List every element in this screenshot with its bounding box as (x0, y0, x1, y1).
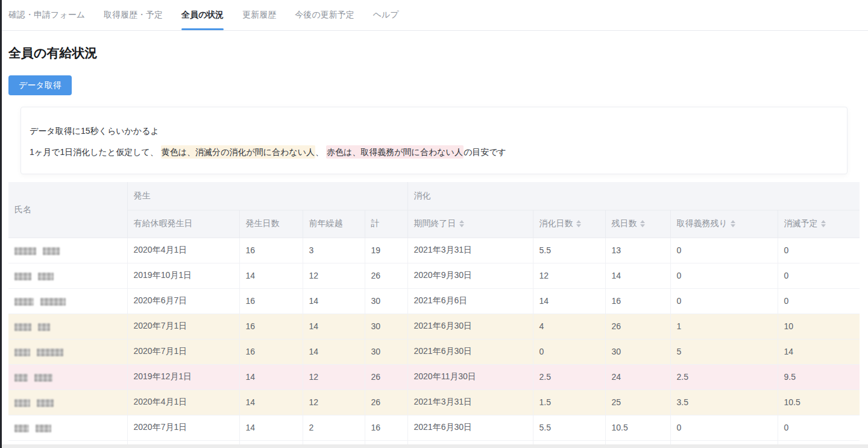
sort-carets-icon[interactable] (576, 219, 581, 229)
cell-obligation: 5 (670, 339, 778, 364)
tab-upcoming-updates[interactable]: 今後の更新予定 (295, 0, 354, 31)
column-header-obligation[interactable]: 取得義務残り (670, 210, 778, 238)
column-header-period_end[interactable]: 期間終了日 (407, 210, 533, 238)
cell-expiring: 0 (778, 263, 860, 288)
page-title: 全員の有給状況 (8, 46, 868, 60)
tab-all-members-status[interactable]: 全員の状況 (181, 0, 224, 31)
leave-status-table-wrap: 氏名発生消化有給休暇発生日発生日数前年繰越計期間終了日消化日数残日数取得義務残り… (8, 182, 860, 446)
employee-name-blurred (14, 273, 31, 280)
employee-name-blurred (40, 298, 66, 306)
table-row: 2020年7月1日142162021年6月30日5.510.500 (8, 415, 860, 440)
sort-descending-icon[interactable] (731, 224, 735, 227)
cell-obligation: 0 (670, 263, 778, 288)
employee-name-blurred (37, 399, 54, 407)
table-row: 2020年7月1日1614302021年6月30日426110 (8, 314, 860, 339)
tab-update-history[interactable]: 更新履歴 (242, 0, 276, 31)
notice-card: データ取得に15秒くらいかかるよ 1ヶ月で1日消化したと仮定して、 黄色は、消滅… (20, 107, 848, 174)
cell-used: 4 (533, 314, 605, 339)
cell-expiring: 10 (778, 314, 860, 339)
sort-carets-icon[interactable] (821, 219, 826, 229)
notice-line2-prefix: 1ヶ月で1日消化したと仮定して、 (30, 147, 161, 157)
tab-label: 取得履歴・予定 (104, 10, 163, 21)
header-sub-row: 有給休暇発生日発生日数前年繰越計期間終了日消化日数残日数取得義務残り消滅予定 (8, 210, 860, 238)
cell-employee-name (8, 364, 127, 390)
column-header-label: 消化日数 (539, 218, 573, 228)
cell-remaining: 10.5 (605, 415, 670, 440)
header-group-row: 氏名発生消化 (8, 182, 860, 210)
tab-help[interactable]: ヘルプ (373, 0, 399, 31)
cell-grant_date: 2020年4月1日 (127, 390, 239, 415)
sort-ascending-icon[interactable] (459, 220, 464, 223)
cell-period_end: 2021年3月31日 (407, 390, 533, 415)
sort-carets-icon[interactable] (640, 219, 645, 229)
cell-grant_date: 2020年4月1日 (127, 238, 239, 263)
employee-name-blurred (38, 323, 50, 331)
cell-period_end: 2021年6月6日 (407, 288, 533, 314)
sort-carets-icon[interactable] (731, 219, 735, 229)
employee-name-blurred (14, 399, 30, 407)
cell-employee-name (8, 288, 127, 314)
leave-status-table: 氏名発生消化有給休暇発生日発生日数前年繰越計期間終了日消化日数残日数取得義務残り… (8, 182, 860, 446)
cell-used: 5.5 (533, 238, 605, 263)
column-header-expiring[interactable]: 消滅予定 (778, 210, 860, 238)
fetch-data-button[interactable]: データ取得 (8, 75, 72, 95)
sort-ascending-icon[interactable] (821, 220, 826, 223)
employee-name-blurred (34, 374, 52, 382)
sort-ascending-icon[interactable] (576, 220, 581, 223)
sort-descending-icon[interactable] (576, 224, 581, 227)
cell-employee-name (8, 390, 127, 415)
employee-name-blurred (14, 349, 30, 356)
cell-carryover: 14 (303, 288, 365, 314)
cell-obligation: 2.5 (670, 364, 778, 390)
cell-granted: 14 (239, 364, 303, 390)
cell-grant_date: 2019年12月1日 (127, 364, 239, 390)
cell-remaining: 25 (605, 390, 670, 415)
tab-label: 全員の状況 (181, 10, 224, 21)
cell-obligation: 0 (670, 288, 778, 314)
column-header-used[interactable]: 消化日数 (533, 210, 605, 238)
cell-employee-name (8, 314, 127, 339)
cell-expiring: 10.5 (778, 390, 860, 415)
column-header-name: 氏名 (8, 182, 127, 238)
column-header-grant_date: 有給休暇発生日 (127, 210, 239, 238)
window-bottom-edge (0, 444, 868, 448)
notice-line2-suffix: の目安です (464, 147, 506, 157)
column-header-label: 有給休暇発生日 (134, 218, 193, 228)
cell-granted: 14 (239, 415, 303, 440)
column-header-carryover: 前年繰越 (303, 210, 365, 238)
tab-confirm-form[interactable]: 確認・申請フォーム (8, 0, 85, 31)
cell-remaining: 14 (605, 263, 670, 288)
cell-period_end: 2021年6月30日 (407, 314, 533, 339)
tab-label: ヘルプ (373, 10, 399, 21)
sort-descending-icon[interactable] (459, 224, 464, 227)
cell-granted: 16 (239, 314, 303, 339)
cell-used: 2.5 (533, 364, 605, 390)
cell-carryover: 12 (303, 364, 365, 390)
tab-bar: 確認・申請フォーム取得履歴・予定全員の状況更新履歴今後の更新予定ヘルプ (0, 0, 868, 31)
cell-used: 12 (533, 263, 605, 288)
sort-descending-icon[interactable] (640, 224, 645, 227)
cell-carryover: 12 (303, 390, 365, 415)
column-header-granted: 発生日数 (239, 210, 303, 238)
cell-used: 14 (533, 288, 605, 314)
tab-history-schedule[interactable]: 取得履歴・予定 (104, 0, 163, 31)
column-header-remaining[interactable]: 残日数 (605, 210, 670, 238)
sort-descending-icon[interactable] (821, 224, 826, 227)
sort-carets-icon[interactable] (459, 219, 464, 229)
cell-employee-name (8, 238, 127, 263)
cell-granted: 14 (239, 390, 303, 415)
cell-used: 0 (533, 339, 605, 364)
column-header-label: 取得義務残り (677, 218, 728, 228)
tab-label: 更新履歴 (242, 10, 276, 21)
cell-total: 26 (365, 263, 407, 288)
employee-name-blurred (38, 273, 54, 280)
notice-line2-middle: 、 (315, 147, 326, 157)
cell-employee-name (8, 339, 127, 364)
column-group-consume: 消化 (407, 182, 860, 210)
column-header-total: 計 (365, 210, 407, 238)
sort-ascending-icon[interactable] (640, 220, 645, 223)
tab-label: 確認・申請フォーム (8, 10, 85, 21)
table-row: 2020年4月1日1412262021年3月31日1.5253.510.5 (8, 390, 860, 415)
cell-remaining: 24 (605, 364, 670, 390)
sort-ascending-icon[interactable] (731, 220, 735, 223)
